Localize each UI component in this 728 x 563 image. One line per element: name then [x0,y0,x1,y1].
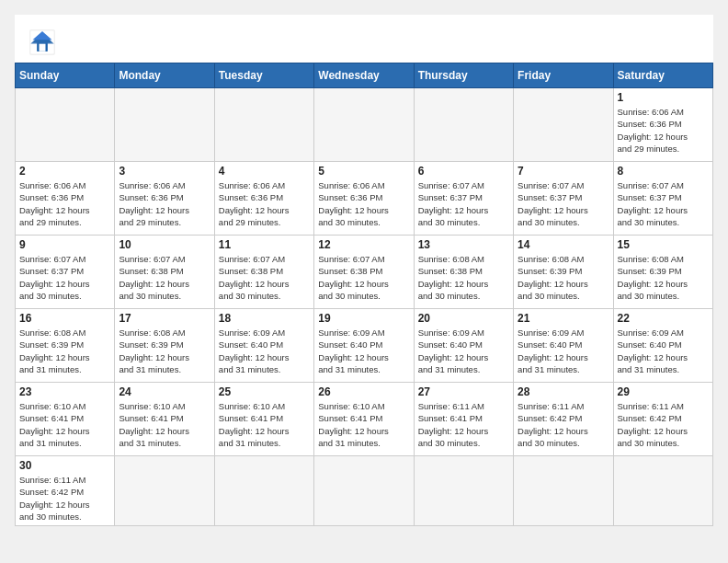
day-number: 7 [518,165,609,178]
day-info: Sunrise: 6:06 AMSunset: 6:36 PMDaylight:… [19,179,110,228]
day-info: Sunrise: 6:06 AMSunset: 6:36 PMDaylight:… [318,179,409,228]
day-cell: 9Sunrise: 6:07 AMSunset: 6:37 PMDaylight… [16,236,115,309]
day-cell [314,88,414,162]
day-cell: 24Sunrise: 6:10 AMSunset: 6:41 PMDayligh… [115,383,214,456]
week-row-5: 30Sunrise: 6:11 AMSunset: 6:42 PMDayligh… [16,456,713,526]
day-number: 2 [19,165,110,178]
day-cell: 11Sunrise: 6:07 AMSunset: 6:38 PMDayligh… [214,236,313,309]
day-number: 26 [318,385,409,398]
day-cell: 14Sunrise: 6:08 AMSunset: 6:39 PMDayligh… [514,236,613,309]
day-cell: 28Sunrise: 6:11 AMSunset: 6:42 PMDayligh… [514,383,613,456]
day-number: 18 [219,312,310,325]
calendar-table: SundayMondayTuesdayWednesdayThursdayFrid… [15,63,713,526]
day-info: Sunrise: 6:08 AMSunset: 6:39 PMDaylight:… [19,327,110,375]
day-number: 21 [518,312,609,325]
calendar-page: SundayMondayTuesdayWednesdayThursdayFrid… [15,15,713,526]
day-cell: 18Sunrise: 6:09 AMSunset: 6:40 PMDayligh… [214,309,313,383]
day-cell [214,88,313,162]
day-info: Sunrise: 6:06 AMSunset: 6:36 PMDaylight:… [219,179,310,228]
day-cell [613,456,712,526]
day-info: Sunrise: 6:06 AMSunset: 6:36 PMDaylight:… [618,106,709,155]
day-cell: 6Sunrise: 6:07 AMSunset: 6:37 PMDaylight… [414,162,513,236]
day-info: Sunrise: 6:08 AMSunset: 6:39 PMDaylight:… [119,327,210,375]
day-cell: 19Sunrise: 6:09 AMSunset: 6:40 PMDayligh… [314,309,414,383]
day-number: 8 [618,165,709,178]
weekday-header-row: SundayMondayTuesdayWednesdayThursdayFrid… [16,63,713,88]
day-cell: 8Sunrise: 6:07 AMSunset: 6:37 PMDaylight… [613,162,712,236]
week-row-4: 23Sunrise: 6:10 AMSunset: 6:41 PMDayligh… [16,383,713,456]
day-cell: 26Sunrise: 6:10 AMSunset: 6:41 PMDayligh… [314,383,414,456]
day-info: Sunrise: 6:07 AMSunset: 6:37 PMDaylight:… [618,179,709,228]
day-number: 4 [219,165,310,178]
week-row-0: 1Sunrise: 6:06 AMSunset: 6:36 PMDaylight… [16,88,713,162]
day-number: 13 [418,238,509,251]
day-number: 1 [618,91,709,104]
day-cell [214,456,313,526]
day-cell: 17Sunrise: 6:08 AMSunset: 6:39 PMDayligh… [115,309,214,383]
day-info: Sunrise: 6:11 AMSunset: 6:42 PMDaylight:… [618,400,709,449]
day-info: Sunrise: 6:10 AMSunset: 6:41 PMDaylight:… [119,400,210,449]
day-cell: 29Sunrise: 6:11 AMSunset: 6:42 PMDayligh… [613,383,712,456]
day-info: Sunrise: 6:09 AMSunset: 6:40 PMDaylight:… [418,327,509,375]
day-cell: 16Sunrise: 6:08 AMSunset: 6:39 PMDayligh… [16,309,115,383]
day-info: Sunrise: 6:09 AMSunset: 6:40 PMDaylight:… [219,327,310,375]
day-cell: 15Sunrise: 6:08 AMSunset: 6:39 PMDayligh… [613,236,712,309]
day-info: Sunrise: 6:09 AMSunset: 6:40 PMDaylight:… [618,327,709,375]
day-number: 6 [418,165,509,178]
day-cell: 3Sunrise: 6:06 AMSunset: 6:36 PMDaylight… [115,162,214,236]
day-number: 25 [219,385,310,398]
day-number: 30 [19,459,110,472]
weekday-header-wednesday: Wednesday [314,63,414,88]
svg-rect-6 [40,43,46,51]
weekday-header-sunday: Sunday [16,63,115,88]
day-info: Sunrise: 6:07 AMSunset: 6:37 PMDaylight:… [418,179,509,228]
day-number: 3 [119,165,210,178]
day-info: Sunrise: 6:09 AMSunset: 6:40 PMDaylight:… [518,327,609,375]
day-info: Sunrise: 6:08 AMSunset: 6:39 PMDaylight:… [618,253,709,302]
day-cell: 10Sunrise: 6:07 AMSunset: 6:38 PMDayligh… [115,236,214,309]
day-cell: 2Sunrise: 6:06 AMSunset: 6:36 PMDaylight… [16,162,115,236]
day-cell: 5Sunrise: 6:06 AMSunset: 6:36 PMDaylight… [314,162,414,236]
day-info: Sunrise: 6:10 AMSunset: 6:41 PMDaylight:… [19,400,110,449]
logo [29,29,59,55]
day-number: 23 [19,385,110,398]
week-row-1: 2Sunrise: 6:06 AMSunset: 6:36 PMDaylight… [16,162,713,236]
day-number: 9 [19,238,110,251]
day-info: Sunrise: 6:08 AMSunset: 6:39 PMDaylight:… [518,253,609,302]
day-info: Sunrise: 6:10 AMSunset: 6:41 PMDaylight:… [219,400,310,449]
weekday-header-thursday: Thursday [414,63,513,88]
day-info: Sunrise: 6:08 AMSunset: 6:38 PMDaylight:… [418,253,509,302]
day-cell: 27Sunrise: 6:11 AMSunset: 6:41 PMDayligh… [414,383,513,456]
day-number: 11 [219,238,310,251]
day-info: Sunrise: 6:07 AMSunset: 6:38 PMDaylight:… [119,253,210,302]
day-cell: 30Sunrise: 6:11 AMSunset: 6:42 PMDayligh… [16,456,115,526]
day-info: Sunrise: 6:11 AMSunset: 6:41 PMDaylight:… [418,400,509,449]
weekday-header-saturday: Saturday [613,63,712,88]
day-number: 29 [618,385,709,398]
day-number: 15 [618,238,709,251]
weekday-header-friday: Friday [514,63,613,88]
day-cell: 23Sunrise: 6:10 AMSunset: 6:41 PMDayligh… [16,383,115,456]
day-number: 17 [119,312,210,325]
day-cell: 12Sunrise: 6:07 AMSunset: 6:38 PMDayligh… [314,236,414,309]
day-cell: 20Sunrise: 6:09 AMSunset: 6:40 PMDayligh… [414,309,513,383]
day-number: 19 [318,312,409,325]
day-number: 24 [119,385,210,398]
day-number: 28 [518,385,609,398]
weekday-header-tuesday: Tuesday [214,63,313,88]
day-number: 5 [318,165,409,178]
day-info: Sunrise: 6:06 AMSunset: 6:36 PMDaylight:… [119,179,210,228]
day-number: 14 [518,238,609,251]
day-cell: 4Sunrise: 6:06 AMSunset: 6:36 PMDaylight… [214,162,313,236]
day-cell: 1Sunrise: 6:06 AMSunset: 6:36 PMDaylight… [613,88,712,162]
logo-icon [29,29,55,55]
day-info: Sunrise: 6:09 AMSunset: 6:40 PMDaylight:… [318,327,409,375]
day-cell [115,456,214,526]
day-number: 20 [418,312,509,325]
day-info: Sunrise: 6:07 AMSunset: 6:38 PMDaylight:… [318,253,409,302]
weekday-header-monday: Monday [115,63,214,88]
week-row-3: 16Sunrise: 6:08 AMSunset: 6:39 PMDayligh… [16,309,713,383]
day-number: 22 [618,312,709,325]
day-cell [414,456,513,526]
day-cell [414,88,513,162]
